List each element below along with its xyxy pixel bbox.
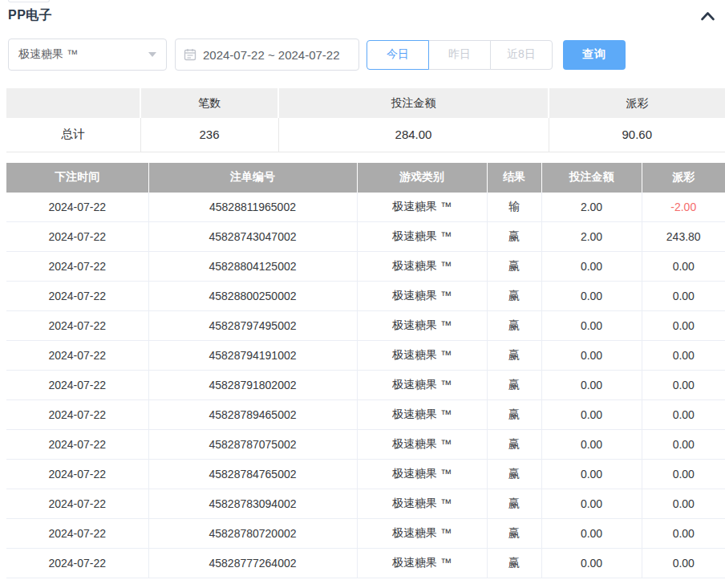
panel-header: PP电子 — [6, 0, 725, 23]
order-number-cell: 45828783094002 — [148, 489, 357, 519]
game-type-cell: 极速糖果 ™ — [357, 549, 487, 578]
bet-time-cell: 2024-07-22 — [6, 549, 148, 578]
bet-time-cell: 2024-07-22 — [6, 489, 148, 519]
summary-header-row: 笔数 投注金额 派彩 — [6, 88, 725, 118]
order-number-cell: 45828777264002 — [148, 549, 357, 578]
bet-amount-cell: 2.00 — [541, 193, 642, 222]
bet-time-cell: 2024-07-22 — [6, 252, 148, 282]
game-type-cell: 极速糖果 ™ — [357, 460, 487, 489]
summary-header-payout: 派彩 — [549, 88, 725, 118]
bet-amount-cell: 0.00 — [541, 400, 642, 430]
game-type-cell: 极速糖果 ™ — [357, 252, 487, 282]
bet-time-cell: 2024-07-22 — [6, 460, 148, 489]
game-type-cell: 极速糖果 ™ — [357, 311, 487, 341]
bet-time-cell: 2024-07-22 — [6, 282, 148, 311]
order-number-cell: 45828784765002 — [148, 460, 357, 489]
collapse-panel-button[interactable] — [699, 10, 717, 22]
game-type-cell: 极速糖果 ™ — [357, 193, 487, 222]
result-cell: 赢 — [487, 371, 541, 400]
payout-cell: 0.00 — [642, 282, 725, 311]
bet-time-cell: 2024-07-22 — [6, 430, 148, 460]
payout-cell: 0.00 — [642, 311, 725, 341]
yesterday-button[interactable]: 昨日 — [428, 40, 491, 70]
payout-cell: 0.00 — [642, 371, 725, 400]
game-type-cell: 极速糖果 ™ — [357, 282, 487, 311]
bet-time-cell: 2024-07-22 — [6, 400, 148, 430]
payout-cell: 0.00 — [642, 549, 725, 578]
result-cell: 赢 — [487, 400, 541, 430]
table-row: 2024-07-2245828783094002极速糖果 ™赢0.000.00 — [6, 489, 725, 519]
total-payout-cell: 90.60 — [549, 118, 725, 152]
game-select-value: 极速糖果 ™ — [18, 47, 78, 62]
table-row: 2024-07-2245828787075002极速糖果 ™赢0.000.00 — [6, 430, 725, 460]
bet-amount-cell: 0.00 — [541, 311, 642, 341]
result-cell: 输 — [487, 193, 541, 222]
today-button[interactable]: 今日 — [367, 40, 429, 70]
summary-table: 笔数 投注金额 派彩 总计 236 284.00 90.60 — [6, 88, 725, 152]
header-result: 结果 — [487, 163, 541, 193]
bet-amount-cell: 0.00 — [541, 460, 642, 489]
header-game-type: 游戏类别 — [357, 163, 487, 193]
table-row: 2024-07-2245828780720002极速糖果 ™赢0.000.00 — [6, 519, 725, 549]
table-row: 2024-07-2245828811965002极速糖果 ™输2.00-2.00 — [6, 193, 725, 222]
total-count-cell: 236 — [140, 118, 278, 152]
game-type-cell: 极速糖果 ™ — [357, 341, 487, 371]
bet-amount-cell: 0.00 — [541, 430, 642, 460]
payout-cell: 0.00 — [642, 430, 725, 460]
chevron-down-icon — [148, 52, 156, 57]
summary-header-blank — [6, 88, 140, 118]
bet-amount-cell: 0.00 — [541, 519, 642, 549]
header-bet-amount: 投注金额 — [541, 163, 642, 193]
bet-time-cell: 2024-07-22 — [6, 519, 148, 549]
game-type-cell: 极速糖果 ™ — [357, 489, 487, 519]
quick-range-button-group: 今日 昨日 近8日 — [367, 40, 553, 70]
pp-electronic-panel: PP电子 极速糖果 ™ — [0, 0, 725, 588]
result-cell: 赢 — [487, 282, 541, 311]
order-number-cell: 45828811965002 — [148, 193, 357, 222]
bet-time-cell: 2024-07-22 — [6, 341, 148, 371]
table-row: 2024-07-2245828804125002极速糖果 ™赢0.000.00 — [6, 252, 725, 282]
bet-amount-cell: 0.00 — [541, 252, 642, 282]
order-number-cell: 45828780720002 — [148, 519, 357, 549]
result-cell: 赢 — [487, 489, 541, 519]
order-number-cell: 45828800250002 — [148, 282, 357, 311]
header-order-number: 注单编号 — [148, 163, 357, 193]
payout-cell: 0.00 — [642, 400, 725, 430]
game-type-cell: 极速糖果 ™ — [357, 400, 487, 430]
order-number-cell: 45828797495002 — [148, 311, 357, 341]
table-row: 2024-07-2245828789465002极速糖果 ™赢0.000.00 — [6, 400, 725, 430]
search-button[interactable]: 查询 — [563, 40, 626, 70]
game-type-cell: 极速糖果 ™ — [357, 371, 487, 400]
last-8-days-button[interactable]: 近8日 — [490, 40, 553, 70]
date-range-input[interactable]: 2024-07-22 ~ 2024-07-22 — [175, 39, 359, 71]
order-number-cell: 45828794191002 — [148, 341, 357, 371]
result-cell: 赢 — [487, 549, 541, 578]
bet-amount-cell: 2.00 — [541, 222, 642, 252]
result-cell: 赢 — [487, 430, 541, 460]
table-row: 2024-07-2245828797495002极速糖果 ™赢0.000.00 — [6, 311, 725, 341]
order-number-cell: 45828787075002 — [148, 430, 357, 460]
result-cell: 赢 — [487, 311, 541, 341]
payout-cell: 0.00 — [642, 489, 725, 519]
game-select[interactable]: 极速糖果 ™ — [8, 39, 167, 71]
game-type-cell: 极速糖果 ™ — [357, 222, 487, 252]
summary-total-row: 总计 236 284.00 90.60 — [6, 118, 725, 152]
payout-cell: 0.00 — [642, 341, 725, 371]
records-tbody: 2024-07-2245828811965002极速糖果 ™输2.00-2.00… — [6, 193, 725, 578]
game-type-cell: 极速糖果 ™ — [357, 430, 487, 460]
table-row: 2024-07-2245828794191002极速糖果 ™赢0.000.00 — [6, 341, 725, 371]
payout-cell: 0.00 — [642, 460, 725, 489]
result-cell: 赢 — [487, 460, 541, 489]
total-label-cell: 总计 — [6, 118, 140, 152]
game-type-cell: 极速糖果 ™ — [357, 519, 487, 549]
header-payout: 派彩 — [642, 163, 725, 193]
bet-amount-cell: 0.00 — [541, 282, 642, 311]
bet-amount-cell: 0.00 — [541, 341, 642, 371]
tab-remnant — [8, 0, 50, 2]
table-row: 2024-07-2245828743047002极速糖果 ™赢2.00243.8… — [6, 222, 725, 252]
bet-time-cell: 2024-07-22 — [6, 311, 148, 341]
bet-amount-cell: 0.00 — [541, 371, 642, 400]
bet-amount-cell: 0.00 — [541, 549, 642, 578]
bet-time-cell: 2024-07-22 — [6, 371, 148, 400]
result-cell: 赢 — [487, 222, 541, 252]
